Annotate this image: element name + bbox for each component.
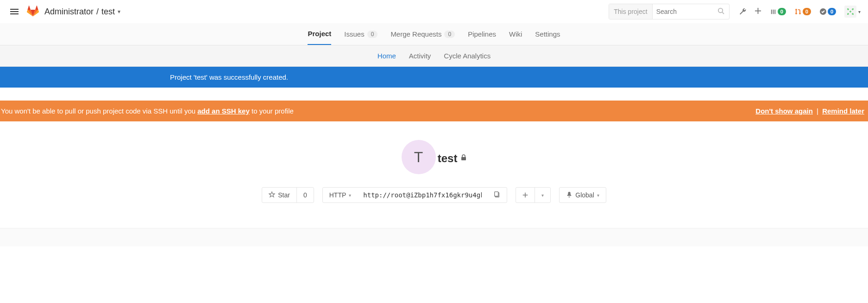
search-input[interactable] bbox=[653, 4, 713, 19]
star-label: Star bbox=[278, 191, 290, 199]
star-count: 0 bbox=[296, 188, 314, 202]
ssh-warn-pre: You won't be able to pull or push projec… bbox=[1, 107, 197, 115]
admin-wrench-icon[interactable] bbox=[739, 7, 746, 16]
issues-count-badge: 0 bbox=[778, 8, 786, 15]
protocol-label: HTTP bbox=[329, 191, 346, 199]
todos-count-badge: 0 bbox=[828, 8, 836, 15]
bell-icon bbox=[566, 191, 572, 199]
tab-merge-requests[interactable]: Merge Requests 0 bbox=[390, 23, 455, 45]
mr-count-badge: 0 bbox=[803, 8, 811, 15]
project-initial: T bbox=[414, 149, 423, 166]
svg-point-3 bbox=[795, 13, 797, 14]
separator: | bbox=[817, 107, 818, 115]
avatar-icon bbox=[844, 6, 856, 18]
caret-down-icon: ▾ bbox=[541, 193, 544, 198]
svg-point-2 bbox=[795, 9, 797, 11]
clipboard-icon bbox=[494, 191, 500, 199]
search-icon[interactable] bbox=[713, 7, 729, 16]
tab-pipelines[interactable]: Pipelines bbox=[468, 23, 496, 45]
mr-tab-count: 0 bbox=[444, 31, 455, 38]
issues-tab-count: 0 bbox=[367, 31, 378, 38]
project-avatar: T bbox=[402, 140, 436, 174]
top-header: Administrator / test ▾ This project 0 0 … bbox=[0, 0, 868, 23]
footer-area bbox=[0, 228, 868, 246]
gitlab-logo-icon[interactable] bbox=[27, 5, 39, 19]
project-title: test bbox=[438, 152, 467, 165]
todos-shortcut[interactable]: 0 bbox=[819, 8, 836, 15]
notification-dropdown[interactable]: Global ▾ bbox=[560, 188, 605, 202]
remind-later-link[interactable]: Remind later bbox=[822, 107, 864, 115]
primary-nav: Project Issues 0 Merge Requests 0 Pipeli… bbox=[0, 23, 868, 45]
subtab-home[interactable]: Home bbox=[377, 52, 396, 60]
ssh-warn-post: to your profile bbox=[250, 107, 294, 115]
breadcrumb-separator: / bbox=[96, 7, 99, 17]
clone-group: HTTP ▾ bbox=[322, 187, 508, 203]
caret-down-icon: ▾ bbox=[858, 9, 861, 14]
caret-down-icon: ▾ bbox=[349, 193, 351, 198]
add-ssh-key-link[interactable]: add an SSH key bbox=[197, 107, 250, 115]
star-button[interactable]: Star bbox=[262, 188, 296, 202]
alert-success-text: Project 'test' was successfully created. bbox=[110, 73, 758, 81]
svg-point-0 bbox=[718, 8, 723, 13]
merge-requests-shortcut[interactable]: 0 bbox=[794, 8, 811, 15]
breadcrumb-owner: Administrator bbox=[44, 7, 94, 17]
tab-issues[interactable]: Issues 0 bbox=[344, 23, 377, 45]
notification-group: Global ▾ bbox=[559, 187, 606, 203]
project-home: T test Star 0 HTTP ▾ bbox=[0, 121, 868, 214]
issues-shortcut[interactable]: 0 bbox=[770, 8, 786, 15]
star-icon bbox=[269, 191, 275, 199]
svg-line-1 bbox=[722, 12, 724, 14]
svg-point-4 bbox=[799, 13, 801, 14]
search-box: This project bbox=[609, 4, 729, 19]
clone-url-input[interactable] bbox=[358, 188, 487, 202]
create-new-dropdown[interactable]: ▾ bbox=[535, 188, 550, 202]
header-actions: 0 0 0 ▾ bbox=[739, 6, 861, 18]
breadcrumb-project: test bbox=[101, 7, 115, 17]
tab-wiki[interactable]: Wiki bbox=[509, 23, 522, 45]
project-action-row: Star 0 HTTP ▾ ▾ bbox=[0, 187, 868, 203]
create-new-group: ▾ bbox=[516, 187, 551, 203]
chevron-down-icon[interactable]: ▾ bbox=[118, 8, 120, 15]
lock-icon bbox=[461, 154, 466, 162]
subtab-cycle-analytics[interactable]: Cycle Analytics bbox=[444, 52, 491, 60]
search-scope-label[interactable]: This project bbox=[609, 4, 652, 19]
sub-nav: Home Activity Cycle Analytics bbox=[0, 45, 868, 67]
alert-ssh-warning: You won't be able to pull or push projec… bbox=[0, 101, 868, 121]
plus-icon[interactable] bbox=[755, 7, 761, 16]
create-new-button[interactable] bbox=[516, 188, 535, 202]
dont-show-again-link[interactable]: Don't show again bbox=[755, 107, 813, 115]
caret-down-icon: ▾ bbox=[597, 193, 599, 198]
alert-success: Project 'test' was successfully created. bbox=[0, 67, 868, 88]
tab-settings[interactable]: Settings bbox=[535, 23, 560, 45]
user-menu[interactable]: ▾ bbox=[844, 6, 861, 18]
star-group: Star 0 bbox=[262, 187, 314, 203]
svg-rect-6 bbox=[461, 157, 466, 160]
copy-url-button[interactable] bbox=[487, 188, 507, 202]
breadcrumb[interactable]: Administrator / test ▾ bbox=[44, 7, 120, 17]
notification-label: Global bbox=[575, 191, 594, 199]
subtab-activity[interactable]: Activity bbox=[409, 52, 431, 60]
tab-project[interactable]: Project bbox=[308, 23, 331, 45]
project-name: test bbox=[438, 152, 458, 165]
hamburger-menu-icon[interactable] bbox=[7, 5, 21, 19]
protocol-dropdown[interactable]: HTTP ▾ bbox=[323, 188, 358, 202]
svg-rect-8 bbox=[495, 191, 498, 196]
